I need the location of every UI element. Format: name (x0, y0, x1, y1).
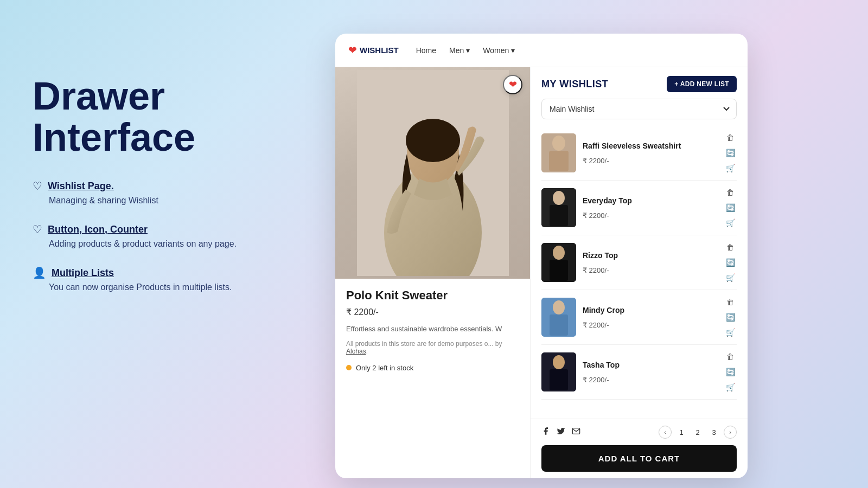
item-thumbnail (541, 188, 576, 227)
item-thumbnail (541, 298, 576, 337)
item-actions: 🗑 🔄 🛒 (724, 241, 737, 284)
nav-home[interactable]: Home (416, 46, 436, 55)
nav-brand: ❤ WISHLIST (348, 44, 399, 56)
stock-text: Only 2 left in stock (356, 364, 413, 372)
page-3-button[interactable]: 3 (707, 426, 720, 439)
stock-indicator: Only 2 left in stock (346, 364, 519, 372)
list-item: Mindy Crop ₹ 2200/- 🗑 🔄 🛒 (541, 290, 737, 345)
list-item: Tasha Top ₹ 2200/- 🗑 🔄 🛒 (541, 345, 737, 400)
feature-multiple-lists: 👤 Multiple Lists You can now organise Pr… (33, 266, 315, 292)
item-details: Everyday Top ₹ 2200/- (583, 196, 717, 219)
add-all-to-cart-button[interactable]: ADD ALL TO CART (541, 445, 737, 472)
delete-item-button[interactable]: 🗑 (724, 241, 737, 254)
product-info: Polo Knit Sweater ₹ 2200/- Effortless an… (335, 279, 530, 382)
product-name: Polo Knit Sweater (346, 288, 519, 303)
chevron-down-icon: ▾ (466, 46, 470, 55)
brand-heart-icon: ❤ (348, 44, 356, 56)
drawer-footer: ‹ 1 2 3 › ADD ALL TO CART (531, 419, 748, 478)
item-name: Tasha Top (583, 360, 717, 370)
multiple-lists-desc: You can now organise Products in multipl… (49, 282, 315, 292)
pagination-prev[interactable]: ‹ (659, 426, 672, 439)
item-actions: 🗑 🔄 🛒 (724, 350, 737, 394)
item-price: ₹ 2200/- (583, 376, 717, 384)
button-icon-desc: Adding products & product variants on an… (49, 239, 315, 249)
refresh-item-button[interactable]: 🔄 (724, 365, 737, 378)
item-actions: 🗑 🔄 🛒 (724, 186, 737, 229)
main-card: ❤ WISHLIST Home Men ▾ Women ▾ (335, 34, 748, 478)
product-section: ❤ Polo Knit Sweater ₹ 2200/- Effortless … (335, 67, 531, 478)
item-price: ₹ 2200/- (583, 211, 717, 220)
multiple-lists-link[interactable]: Multiple Lists (52, 267, 114, 279)
content-area: ❤ Polo Knit Sweater ₹ 2200/- Effortless … (335, 67, 748, 478)
nav-women[interactable]: Women ▾ (483, 46, 515, 55)
page-2-button[interactable]: 2 (691, 426, 704, 439)
button-icon-link[interactable]: Button, Icon, Counter (48, 224, 148, 235)
refresh-item-button[interactable]: 🔄 (724, 256, 737, 269)
page-1-button[interactable]: 1 (675, 426, 688, 439)
user-icon: 👤 (33, 266, 46, 279)
product-image (335, 67, 530, 279)
wishlist-dropdown[interactable]: Main Wishlist Favourites Summer Collecti… (541, 99, 737, 119)
social-pagination-bar: ‹ 1 2 3 › (541, 426, 737, 439)
social-icons (541, 427, 580, 438)
item-name: Rizzo Top (583, 251, 717, 260)
delete-item-button[interactable]: 🗑 (724, 350, 737, 363)
brand-name: WISHLIST (360, 46, 399, 55)
svg-rect-10 (550, 205, 568, 226)
item-details: Tasha Top ₹ 2200/- (583, 360, 717, 383)
item-price: ₹ 2200/- (583, 321, 717, 329)
delete-item-button[interactable]: 🗑 (724, 296, 737, 309)
facebook-icon[interactable] (541, 427, 550, 438)
stock-dot-icon (346, 365, 352, 370)
add-to-cart-item-button[interactable]: 🛒 (724, 381, 737, 394)
left-panel: Drawer Interface ♡ Wishlist Page. Managi… (33, 76, 315, 310)
product-description: Effortless and sustainable wardrobe esse… (346, 324, 519, 335)
refresh-item-button[interactable]: 🔄 (724, 311, 737, 324)
feature-button-icon: ♡ Button, Icon, Counter Adding products … (33, 223, 315, 249)
item-name: Everyday Top (583, 196, 717, 206)
navbar: ❤ WISHLIST Home Men ▾ Women ▾ (335, 34, 748, 67)
add-to-cart-item-button[interactable]: 🛒 (724, 271, 737, 284)
svg-rect-16 (550, 314, 568, 336)
heart-outline-icon-2: ♡ (33, 223, 42, 236)
alohas-link[interactable]: Alohas (346, 348, 366, 355)
svg-point-4 (406, 119, 460, 162)
item-details: Mindy Crop ₹ 2200/- (583, 305, 717, 329)
delete-item-button[interactable]: 🗑 (724, 131, 737, 144)
svg-point-12 (553, 246, 565, 260)
list-item: Everyday Top ₹ 2200/- 🗑 🔄 🛒 (541, 181, 737, 235)
refresh-item-button[interactable]: 🔄 (724, 146, 737, 159)
svg-rect-13 (550, 260, 568, 281)
refresh-item-button[interactable]: 🔄 (724, 201, 737, 214)
nav-men[interactable]: Men ▾ (449, 46, 470, 55)
wishlist-drawer: MY WISHLIST + ADD NEW LIST Main Wishlist… (531, 67, 748, 478)
wishlist-page-link[interactable]: Wishlist Page. (48, 181, 114, 192)
wishlist-select-wrap: Main Wishlist Favourites Summer Collecti… (531, 99, 748, 126)
item-actions: 🗑 🔄 🛒 (724, 296, 737, 339)
heart-outline-icon: ♡ (33, 179, 42, 192)
product-favorite-button[interactable]: ❤ (503, 75, 522, 94)
drawer-header: MY WISHLIST + ADD NEW LIST (531, 67, 748, 99)
svg-point-18 (553, 355, 565, 369)
product-image-wrap: ❤ (335, 67, 530, 279)
pagination: ‹ 1 2 3 › (659, 426, 737, 439)
list-item: Raffi Sleeveless Sweatshirt ₹ 2200/- 🗑 🔄… (541, 126, 737, 181)
wishlist-title: MY WISHLIST (541, 79, 608, 90)
feature-wishlist-page: ♡ Wishlist Page. Managing & sharing Wish… (33, 179, 315, 206)
svg-point-15 (553, 300, 565, 314)
add-to-cart-item-button[interactable]: 🛒 (724, 216, 737, 229)
add-new-list-button[interactable]: + ADD NEW LIST (667, 76, 737, 92)
add-to-cart-item-button[interactable]: 🛒 (724, 162, 737, 175)
product-price: ₹ 2200/- (346, 307, 519, 317)
chevron-down-icon-2: ▾ (511, 46, 515, 55)
add-to-cart-item-button[interactable]: 🛒 (724, 326, 737, 339)
item-details: Raffi Sleeveless Sweatshirt ₹ 2200/- (583, 141, 717, 164)
svg-rect-19 (550, 369, 568, 390)
delete-item-button[interactable]: 🗑 (724, 186, 737, 199)
svg-rect-7 (549, 151, 569, 171)
pagination-next[interactable]: › (724, 426, 737, 439)
item-thumbnail (541, 243, 576, 282)
twitter-icon[interactable] (557, 427, 565, 438)
email-icon[interactable] (572, 427, 580, 438)
item-details: Rizzo Top ₹ 2200/- (583, 251, 717, 274)
